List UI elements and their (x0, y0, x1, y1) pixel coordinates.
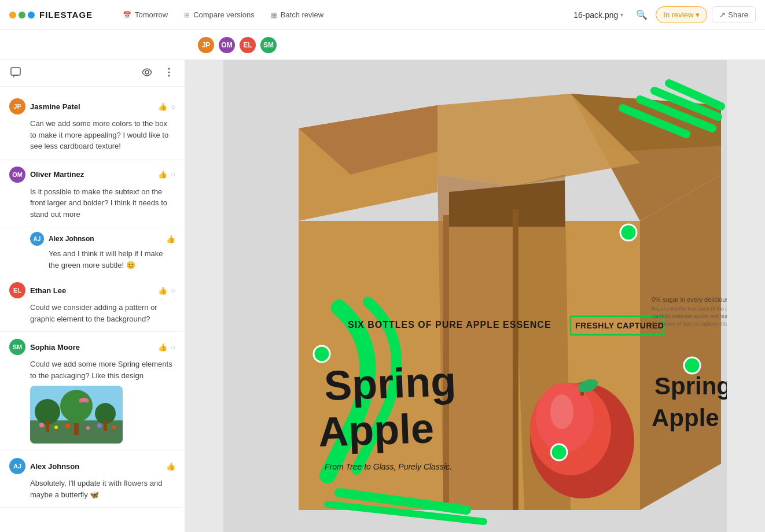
comment-text: Could we consider adding a pattern or gr… (30, 302, 175, 324)
like-button[interactable]: 👍 (166, 462, 175, 471)
app-header: FILESTAGE 📅 Tomorrow ⊞ Compare versions … (0, 0, 765, 30)
svg-rect-8 (46, 420, 49, 432)
user-name: Alex Johnson (30, 462, 79, 471)
nav-tomorrow[interactable]: 📅 Tomorrow (116, 7, 175, 23)
sidebar-toolbar (0, 60, 185, 87)
user-name: Ethan Lee (30, 286, 66, 295)
compare-icon: ⊞ (184, 11, 190, 19)
reply-item: AJ Alex Johnson 👍 Yes and I think it wil… (0, 227, 185, 275)
chevron-down-icon: ▾ (620, 12, 623, 18)
nav-batch[interactable]: ▦ Batch review (264, 7, 330, 23)
header-nav: 📅 Tomorrow ⊞ Compare versions ▦ Batch re… (116, 7, 564, 23)
comment-actions: 👍 (166, 462, 175, 471)
svg-point-16 (86, 426, 90, 430)
resolve-button[interactable]: ○ (171, 343, 175, 352)
batch-icon: ▦ (271, 11, 277, 19)
avatar: JP (9, 98, 25, 114)
like-button[interactable]: 👍 (158, 170, 167, 179)
avatar-jasmine[interactable]: JP (197, 36, 215, 54)
comment-actions: 👍 ○ (158, 286, 175, 295)
view-toggle-button[interactable] (138, 65, 156, 82)
avatar: EL (9, 282, 25, 298)
status-chevron-icon: ▾ (696, 10, 700, 19)
svg-text:FRESHLY CAPTURED: FRESHLY CAPTURED (575, 321, 664, 330)
avatar: SM (9, 339, 25, 355)
comment-text: Can we add some more colors to the box t… (30, 118, 175, 152)
header-actions: 🔍 In review ▾ ↗ Share (632, 6, 756, 24)
avatar: OM (9, 167, 25, 183)
svg-point-18 (112, 426, 116, 429)
share-button[interactable]: ↗ Share (712, 6, 756, 23)
comment-item: AJ Alex Johnson 👍 Absolutely, I'll updat… (0, 451, 185, 508)
nav-compare[interactable]: ⊞ Compare versions (177, 7, 262, 23)
svg-text:carefully selected apples and : carefully selected apples and our unique… (652, 313, 727, 319)
svg-point-9 (60, 390, 93, 422)
svg-text:Apple: Apple (318, 405, 435, 455)
like-button[interactable]: 👍 (158, 343, 167, 352)
user-name: Sophia Moore (30, 343, 80, 352)
comment-header: JP Jasmine Patel 👍 ○ (9, 98, 175, 114)
svg-point-17 (97, 423, 102, 428)
resolve-button[interactable]: ○ (171, 170, 175, 179)
user-name: Jasmine Patel (30, 102, 80, 111)
more-options-button[interactable] (160, 65, 178, 82)
add-comment-button[interactable] (7, 65, 24, 82)
comment-text: Is it possible to make the subtext on th… (30, 186, 175, 220)
reply-user: AJ Alex Johnson (30, 232, 94, 246)
svg-rect-33 (513, 209, 518, 510)
comment-actions: 👍 ○ (158, 170, 175, 179)
like-button[interactable]: 👍 (158, 286, 167, 295)
avatar-oliver[interactable]: OM (218, 36, 236, 54)
resolve-button[interactable]: ○ (171, 102, 175, 111)
spring-garden-image (30, 386, 123, 444)
svg-point-13 (39, 423, 44, 427)
svg-point-2 (168, 68, 170, 70)
comment-item: OM Oliver Martinez 👍 ○ Is it possible to… (0, 160, 185, 228)
comment-text: Could we add some more Spring elements t… (30, 359, 175, 381)
svg-text:Apple: Apple (652, 404, 719, 431)
svg-point-59 (620, 224, 637, 241)
svg-text:Spring: Spring (654, 372, 727, 400)
sub-header: JP OM EL SM (0, 30, 765, 60)
logo-dot-orange (9, 12, 16, 19)
comment-item: JP Jasmine Patel 👍 ○ Can we add some mor… (0, 91, 185, 160)
avatar: AJ (9, 458, 25, 474)
status-button[interactable]: In review ▾ (656, 6, 707, 23)
like-button[interactable]: 👍 (158, 102, 167, 111)
resolve-button[interactable]: ○ (171, 286, 175, 295)
svg-text:Spring: Spring (323, 358, 457, 409)
svg-point-3 (168, 72, 170, 73)
svg-text:From Tree to Glass, Purely Cla: From Tree to Glass, Purely Classic. (325, 462, 452, 471)
logo-dot-blue (28, 12, 35, 19)
logo-dot-green (19, 12, 25, 19)
svg-point-62 (684, 357, 700, 374)
comment-item: EL Ethan Lee 👍 ○ Could we consider addin… (0, 275, 185, 332)
calendar-icon: 📅 (123, 11, 131, 19)
comment-user: JP Jasmine Patel (9, 98, 80, 114)
user-name: Oliver Martinez (30, 170, 84, 179)
search-button[interactable]: 🔍 (632, 6, 651, 24)
avatar-sophia[interactable]: SM (259, 36, 278, 54)
share-icon: ↗ (719, 10, 726, 19)
comment-item: SM Sophia Moore 👍 ○ Could we add some mo… (0, 332, 185, 451)
comment-header: EL Ethan Lee 👍 ○ (9, 282, 175, 298)
avatar-ethan[interactable]: EL (238, 36, 257, 54)
svg-point-14 (54, 426, 58, 429)
logo-dots (9, 12, 35, 19)
reply-like-button[interactable]: 👍 (166, 235, 175, 243)
comment-header: SM Sophia Moore 👍 ○ (9, 339, 175, 355)
svg-point-1 (145, 71, 149, 74)
file-name[interactable]: 16-pack.png ▾ (573, 10, 623, 20)
svg-point-15 (65, 424, 70, 428)
comments-list: JP Jasmine Patel 👍 ○ Can we add some mor… (0, 87, 185, 532)
preview-area[interactable]: SIX BOTTLES OF PURE APPLE ESSENCE FRESHL… (185, 60, 765, 532)
comment-header: OM Oliver Martinez 👍 ○ (9, 167, 175, 183)
svg-rect-10 (74, 423, 79, 435)
svg-point-4 (168, 75, 170, 77)
svg-rect-12 (104, 420, 107, 431)
reply-text: Yes and I think it will help if I make t… (49, 248, 175, 271)
avatar: AJ (30, 232, 44, 246)
svg-rect-0 (11, 68, 20, 75)
comment-actions: 👍 ○ (158, 102, 175, 111)
comment-attachment[interactable] (30, 386, 175, 444)
